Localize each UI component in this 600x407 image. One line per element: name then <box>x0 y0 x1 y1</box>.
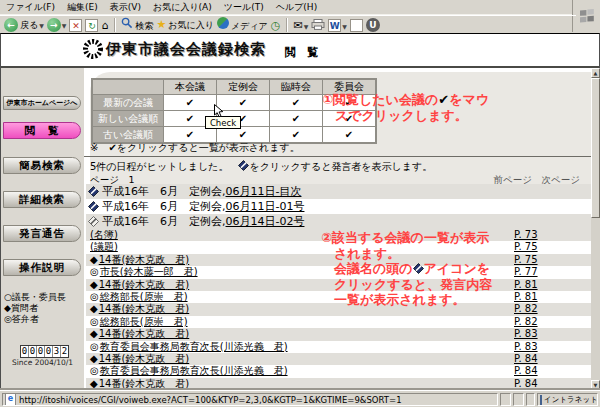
edit-dropdown-icon[interactable]: ▼ <box>342 23 347 30</box>
menu-item[interactable]: ツール(T) <box>218 1 270 14</box>
mouse-cursor-icon <box>214 104 224 120</box>
addon-u-button[interactable]: U <box>366 18 380 32</box>
page-number-link[interactable]: P. 81 <box>514 291 538 303</box>
vertical-scrollbar[interactable]: ▲ ▼ <box>591 68 600 390</box>
sidebar-item-1[interactable]: 簡易検索 <box>3 157 81 174</box>
forward-button[interactable]: →▼ <box>47 18 67 32</box>
row-label: 最新の会議 <box>92 95 164 111</box>
page-number-link[interactable]: P. 81 <box>514 279 538 291</box>
speaker-link[interactable]: (議題) <box>90 241 118 252</box>
speaker-link[interactable]: 市長(鈴木藤一郎 君) <box>100 266 198 277</box>
counter-digit: 0 <box>21 346 29 357</box>
sidebar-item-0[interactable]: 閲 覧 <box>3 122 81 139</box>
sidebar-item-city-home[interactable]: 伊東市ホームページへ <box>3 96 81 110</box>
speaker-row: ◆14番(鈴木克政 君)P. 83 <box>86 328 592 340</box>
page-number-link[interactable]: P. 73 <box>514 229 538 241</box>
page-number-link[interactable]: P. 83 <box>514 341 538 353</box>
speech-diamond-icon <box>238 160 249 171</box>
page-number-link[interactable]: P. 84 <box>514 378 538 390</box>
menu-item[interactable]: ファイル(F) <box>0 1 61 14</box>
speaker-row: ◎教育委員会事務局教育次長(川添光義 君)P. 83 <box>86 341 592 353</box>
speaker-link[interactable]: 総務部長(原崇 君) <box>100 316 188 327</box>
edit-word-button[interactable]: W▼ <box>328 19 347 32</box>
page-number-link[interactable]: P. 77 <box>514 266 538 278</box>
print-button[interactable] <box>311 19 325 32</box>
meeting-diamond-icon[interactable] <box>88 201 99 212</box>
menu-item[interactable]: 表示(V) <box>104 1 147 14</box>
history-button[interactable]: ◷ <box>271 19 281 32</box>
search-button[interactable]: 検索 <box>121 17 153 33</box>
menu-item[interactable]: お気に入り(A) <box>147 1 218 14</box>
scrollbar-thumb[interactable] <box>591 78 600 218</box>
page-number-link[interactable]: P. 75 <box>514 241 538 253</box>
speaker-link[interactable]: 14番(鈴木克政 君) <box>99 378 190 389</box>
home-button[interactable]: ⌂ <box>101 19 108 32</box>
counter-digit: 3 <box>53 346 61 357</box>
speaker-row: ◎市長(鈴木藤一郎 君)P. 77 <box>86 266 592 278</box>
sidebar-item-2[interactable]: 詳細検索 <box>3 191 81 208</box>
favorites-button[interactable]: ★お気に入り <box>156 18 214 32</box>
check-cell[interactable]: ✔ <box>270 111 323 127</box>
status-bar: e http://itoshi/voices/CGI/voiweb.exe?AC… <box>0 390 600 407</box>
meeting-prefix: 平成16年 6月 定例会, <box>102 184 226 199</box>
speaker-symbol: ◆ <box>90 353 98 364</box>
status-pane <box>500 393 511 406</box>
speaker-list: (名簿)P. 73(議題)P. 75◆14番(鈴木克政 君)P. 75◎市長(鈴… <box>86 229 592 390</box>
annotation-step1: ①閲覧したい会議の✔をマウ スでクリックします。 <box>322 92 489 124</box>
row-label: 新しい会議順 <box>92 111 164 127</box>
scroll-down-button[interactable]: ▼ <box>591 380 600 390</box>
speaker-link[interactable]: 教育委員会事務局教育次長(川添光義 君) <box>100 341 288 352</box>
blank-page-icon[interactable] <box>350 19 363 32</box>
speaker-row: (名簿)P. 73 <box>86 229 592 241</box>
meeting-link[interactable]: 06月11日-目次 <box>226 184 302 199</box>
page-number-link[interactable]: P. 75 <box>514 254 538 266</box>
document-icon: e <box>5 393 16 406</box>
page-number-link[interactable]: P. 83 <box>514 328 538 340</box>
mail-dropdown-icon[interactable]: ▼ <box>304 23 309 30</box>
sidebar: 伊東市ホームページへ 閲 覧簡易検索詳細検索発言通告操作説明 ○議長・委員長◆質… <box>1 68 85 390</box>
speaker-link[interactable]: (名簿) <box>90 229 118 240</box>
speaker-row: ◆14番(鈴木克政 君)P. 84 <box>86 353 592 365</box>
check-cell[interactable]: ✔ <box>270 95 323 111</box>
speaker-link[interactable]: 教育委員会事務局教育次長(川添光義 君) <box>100 365 288 376</box>
speaker-link[interactable]: 総務部長(原崇 君) <box>100 291 188 302</box>
forward-dropdown-icon[interactable]: ▼ <box>62 22 67 29</box>
page-number-link[interactable]: P. 82 <box>514 316 538 328</box>
scroll-up-button[interactable]: ▲ <box>591 68 600 78</box>
back-dropdown-icon[interactable]: ▼ <box>39 22 44 29</box>
page-number-link[interactable]: P. 84 <box>514 365 538 377</box>
check-cell[interactable]: ✔ <box>323 127 377 144</box>
back-button[interactable]: ←戻る▼ <box>4 18 44 32</box>
screenshot-root: { "browser": { "menu": ["ファイル(F)", "編集(E… <box>0 0 600 407</box>
windows-flag-icon <box>579 9 595 24</box>
mail-button[interactable]: ✉▼ <box>293 19 308 32</box>
menu-item[interactable]: ヘルプ(H) <box>270 1 323 14</box>
sidebar-item-4[interactable]: 操作説明 <box>3 259 81 276</box>
search-icon <box>121 17 133 29</box>
sidebar-item-3[interactable]: 発言通告 <box>3 225 81 242</box>
status-zone-text: イントラネット <box>544 395 598 405</box>
refresh-button[interactable]: ↻ <box>85 19 98 32</box>
speaker-link[interactable]: 14番(鈴木克政 君) <box>99 353 190 364</box>
meeting-link[interactable]: 06月11日-01号 <box>226 199 305 214</box>
meeting-row: 平成16年 6月 定例会,06月14日-02号 <box>86 214 592 229</box>
stop-button[interactable]: ✕ <box>69 19 82 32</box>
speaker-row: ◆14番(鈴木克政 君)P. 75 <box>86 254 592 266</box>
meeting-diamond-icon[interactable] <box>88 216 99 227</box>
speaker-link[interactable]: 14番(鈴木克政 君) <box>99 254 190 265</box>
speaker-link[interactable]: 14番(鈴木克政 君) <box>99 279 190 290</box>
media-button[interactable]: メディア <box>217 17 268 33</box>
speaker-link[interactable]: 14番(鈴木克政 君) <box>99 303 190 314</box>
speaker-link[interactable]: 14番(鈴木克政 君) <box>99 328 190 339</box>
page-number-link[interactable]: P. 82 <box>514 303 538 315</box>
meeting-diamond-icon[interactable] <box>88 186 99 197</box>
page-number-link[interactable]: P. 84 <box>514 353 538 365</box>
check-cell[interactable]: ✔ <box>217 95 270 111</box>
speaker-row: ◎総務部長(原崇 君)P. 81 <box>86 291 592 303</box>
check-cell[interactable]: ✔ <box>164 95 217 111</box>
speaker-row: ◎教育委員会事務局教育次長(川添光義 君)P. 84 <box>86 365 592 377</box>
meeting-link[interactable]: 06月14日-02号 <box>226 214 305 229</box>
speaker-row: ◆14番(鈴木克政 君)P. 84 <box>86 378 592 390</box>
speaker-symbol: ◆ <box>90 303 98 314</box>
menu-item[interactable]: 編集(E) <box>61 1 104 14</box>
